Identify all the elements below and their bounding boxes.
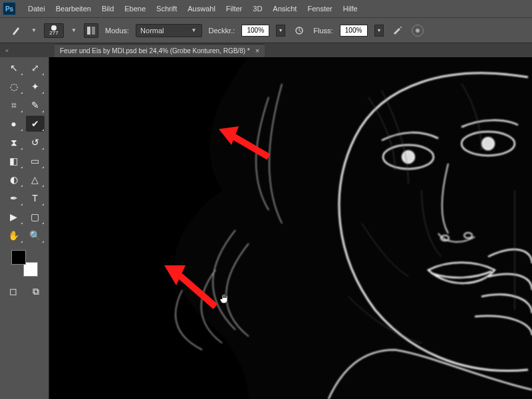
- flow-label: Fluss:: [313, 27, 332, 35]
- pressure-size-icon[interactable]: [412, 25, 424, 37]
- pen-tool[interactable]: ✒: [5, 190, 23, 206]
- shape-tool[interactable]: ▢: [26, 209, 45, 225]
- svg-point-3: [400, 27, 402, 28]
- svg-rect-0: [87, 27, 90, 35]
- hand-cursor-icon: [219, 293, 231, 305]
- menu-window[interactable]: Fenster: [302, 5, 337, 13]
- eraser-tool[interactable]: ◧: [5, 153, 23, 169]
- chevron-down-icon: ▼: [191, 27, 198, 33]
- chevron-down-icon[interactable]: ▼: [31, 27, 37, 33]
- blend-mode-value: Normal: [140, 27, 164, 35]
- gradient-tool[interactable]: ▭: [26, 153, 45, 169]
- annotation-arrow-2: [159, 260, 225, 313]
- foreground-color-swatch[interactable]: [11, 250, 26, 265]
- airbrush-icon[interactable]: [390, 23, 405, 38]
- eyedropper-tool[interactable]: ✎: [26, 97, 45, 113]
- collapse-handle-icon[interactable]: «: [5, 47, 9, 54]
- canvas-artwork: [49, 57, 532, 399]
- marquee-tool[interactable]: ◌: [5, 78, 23, 94]
- path-select-tool[interactable]: ▶: [5, 209, 23, 225]
- svg-point-4: [416, 29, 420, 33]
- menu-edit[interactable]: Bearbeiten: [51, 5, 96, 13]
- menu-image[interactable]: Bild: [96, 5, 119, 13]
- app-logo: Ps: [3, 2, 16, 15]
- menu-help[interactable]: Hilfe: [338, 5, 363, 13]
- move-tool[interactable]: ↖: [5, 60, 23, 76]
- svg-line-14: [176, 272, 215, 307]
- document-tab-title: Feuer und Eis by MDI.psd bei 24,4% (Grob…: [60, 47, 250, 55]
- menu-bar: Ps Datei Bearbeiten Bild Ebene Schrift A…: [0, 0, 532, 17]
- chevron-down-icon[interactable]: ▼: [70, 27, 77, 33]
- crop-tool[interactable]: ⌗: [5, 97, 23, 113]
- zoom-tool[interactable]: 🔍: [26, 227, 45, 243]
- tool-preset-icon[interactable]: [9, 23, 24, 38]
- opacity-field[interactable]: 100%: [241, 25, 269, 37]
- menu-file[interactable]: Datei: [23, 5, 51, 13]
- menu-layer[interactable]: Ebene: [119, 5, 151, 13]
- menu-type[interactable]: Schrift: [151, 5, 182, 13]
- healing-brush-tool[interactable]: ●: [5, 116, 23, 132]
- opacity-label: Deckkr.:: [209, 27, 235, 35]
- close-icon[interactable]: ×: [255, 47, 259, 55]
- svg-point-9: [482, 138, 494, 150]
- hand-tool[interactable]: ✋: [5, 227, 23, 243]
- history-brush-tool[interactable]: ↺: [26, 134, 45, 150]
- annotation-arrow-1: [215, 124, 275, 164]
- opacity-dropdown[interactable]: ▾: [276, 25, 285, 37]
- pressure-opacity-icon[interactable]: [292, 23, 307, 38]
- svg-rect-1: [92, 27, 95, 35]
- magic-wand-tool[interactable]: ✦: [26, 78, 45, 94]
- clone-stamp-tool[interactable]: ⧗: [5, 134, 23, 150]
- brush-preset-picker[interactable]: 277: [44, 23, 64, 38]
- menu-3d[interactable]: 3D: [247, 5, 267, 13]
- menu-select[interactable]: Auswahl: [182, 5, 221, 13]
- blur-tool[interactable]: △: [26, 172, 45, 188]
- menu-filter[interactable]: Filter: [221, 5, 247, 13]
- screenmode-toggle[interactable]: ⧉: [27, 283, 45, 299]
- document-tab-strip: « Feuer und Eis by MDI.psd bei 24,4% (Gr…: [0, 43, 532, 57]
- arrow-tool[interactable]: ⤢: [26, 60, 45, 76]
- flow-field[interactable]: 100%: [340, 25, 368, 37]
- brush-size-readout: 277: [49, 31, 58, 36]
- brush-panel-toggle[interactable]: [84, 23, 98, 38]
- menu-view[interactable]: Ansicht: [267, 5, 302, 13]
- quickmask-toggle[interactable]: ◻: [4, 283, 23, 299]
- color-swatches[interactable]: [11, 250, 38, 277]
- document-tab[interactable]: Feuer und Eis by MDI.psd bei 24,4% (Grob…: [55, 44, 265, 57]
- type-tool[interactable]: T: [26, 190, 45, 206]
- blend-mode-select[interactable]: Normal ▼: [136, 24, 201, 37]
- flow-dropdown[interactable]: ▾: [374, 25, 384, 37]
- svg-point-7: [402, 151, 414, 163]
- svg-line-12: [229, 134, 269, 157]
- brush-tool[interactable]: ✔: [26, 116, 45, 132]
- mode-label: Modus:: [105, 27, 129, 35]
- tools-panel: ↖ ⤢ ◌ ✦ ⌗ ✎ ● ✔ ⧗ ↺ ◧ ▭ ◐ △ ✒ T ▶ ▢ ✋ 🔍: [0, 57, 49, 399]
- dodge-tool[interactable]: ◐: [5, 172, 23, 188]
- document-canvas[interactable]: [49, 57, 532, 399]
- options-bar: ▼ 277 ▼ Modus: Normal ▼ Deckkr.: 100% ▾ …: [0, 17, 532, 43]
